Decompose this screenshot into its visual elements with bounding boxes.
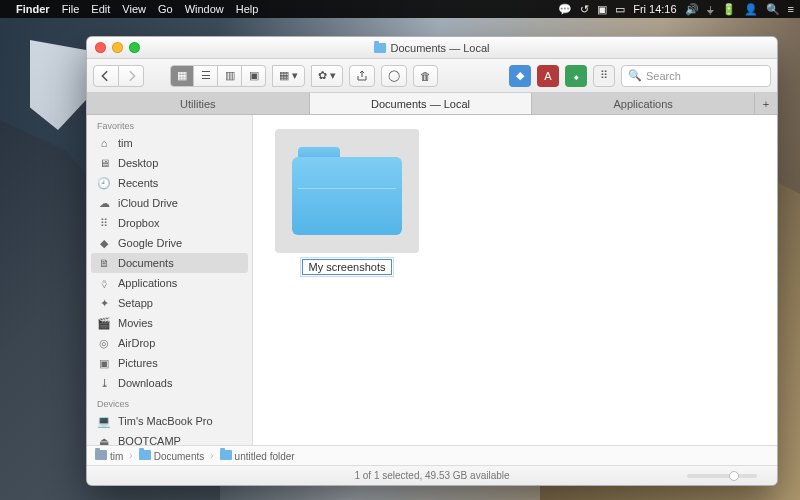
menu-file[interactable]: File — [62, 3, 80, 15]
path-segment-home[interactable]: tim — [95, 450, 123, 462]
disk-icon: ⏏ — [97, 434, 111, 445]
status-sync-icon[interactable]: ↺ — [580, 3, 589, 16]
sidebar-item-setapp[interactable]: ✦Setapp — [87, 293, 252, 313]
gdrive-icon: ◆ — [97, 236, 111, 250]
path-bar: tim › Documents › untitled folder — [87, 445, 777, 465]
menu-edit[interactable]: Edit — [91, 3, 110, 15]
menu-app-name[interactable]: Finder — [16, 3, 50, 15]
cloud-icon: ☁ — [97, 196, 111, 210]
tab-documents[interactable]: Documents — Local — [310, 93, 533, 114]
pic-icon: ▣ — [97, 356, 111, 370]
airdrop-icon: ◎ — [97, 336, 111, 350]
folder-selection-highlight — [275, 129, 419, 253]
dropbox-icon: ⠿ — [97, 216, 111, 230]
content-area[interactable]: My screenshots — [253, 115, 777, 445]
menubar-clock[interactable]: Fri 14:16 — [633, 3, 676, 15]
path-segment-documents[interactable]: Documents — [139, 450, 205, 462]
minimize-button[interactable] — [112, 42, 123, 53]
search-icon: 🔍 — [628, 69, 642, 82]
sidebar-item-downloads[interactable]: ⤓Downloads — [87, 373, 252, 393]
status-screen-icon[interactable]: ▣ — [597, 3, 607, 16]
sidebar-item-label: AirDrop — [118, 337, 155, 349]
view-gallery-button[interactable]: ▣ — [242, 65, 266, 87]
macos-menubar: Finder File Edit View Go Window Help 💬 ↺… — [0, 0, 800, 18]
status-wifi-icon[interactable]: ⏚ — [707, 3, 714, 15]
status-notifications-icon[interactable]: ≡ — [788, 3, 794, 15]
toolbar-dropbox-icon[interactable]: ⠿ — [593, 65, 615, 87]
action-dropdown[interactable]: ✿ ▾ — [311, 65, 343, 87]
sidebar-item-desktop[interactable]: 🖥Desktop — [87, 153, 252, 173]
search-placeholder: Search — [646, 70, 681, 82]
apps-icon: ⎀ — [97, 276, 111, 290]
sidebar-item-applications[interactable]: ⎀Applications — [87, 273, 252, 293]
status-chat-icon[interactable]: 💬 — [558, 3, 572, 16]
view-icons-button[interactable]: ▦ — [170, 65, 194, 87]
sidebar-item-label: Applications — [118, 277, 177, 289]
status-bar: 1 of 1 selected, 49.53 GB available — [87, 465, 777, 485]
sidebar-item-recents[interactable]: 🕘Recents — [87, 173, 252, 193]
view-list-button[interactable]: ☰ — [194, 65, 218, 87]
sidebar: Favorites ⌂tim🖥Desktop🕘Recents☁iCloud Dr… — [87, 115, 253, 445]
tab-utilities[interactable]: Utilities — [87, 93, 310, 114]
back-button[interactable] — [93, 65, 119, 87]
new-tab-button[interactable]: + — [755, 93, 777, 114]
menu-go[interactable]: Go — [158, 3, 173, 15]
menu-help[interactable]: Help — [236, 3, 259, 15]
sidebar-devices-header: Devices — [87, 393, 252, 411]
sidebar-item-documents[interactable]: 🗎Documents — [91, 253, 248, 273]
toolbar-app-icon-1[interactable]: ◆ — [509, 65, 531, 87]
forward-button[interactable] — [119, 65, 144, 87]
arrange-dropdown[interactable]: ▦ ▾ — [272, 65, 305, 87]
doc-icon: 🗎 — [97, 256, 111, 270]
sidebar-item-icloud-drive[interactable]: ☁iCloud Drive — [87, 193, 252, 213]
window-title: Documents — Local — [374, 42, 489, 54]
search-field[interactable]: 🔍 Search — [621, 65, 771, 87]
home-icon — [95, 450, 107, 460]
sidebar-item-dropbox[interactable]: ⠿Dropbox — [87, 213, 252, 233]
icon-size-slider[interactable] — [687, 474, 757, 478]
status-search-icon[interactable]: 🔍 — [766, 3, 780, 16]
share-button[interactable] — [349, 65, 375, 87]
sidebar-item-label: Documents — [118, 257, 174, 269]
folder-icon — [139, 450, 151, 460]
window-controls — [95, 42, 140, 53]
toolbar-app-icon-2[interactable]: A — [537, 65, 559, 87]
sidebar-item-tim-s-macbook-pro[interactable]: 💻Tim's MacBook Pro — [87, 411, 252, 431]
sidebar-item-tim[interactable]: ⌂tim — [87, 133, 252, 153]
chevron-icon: › — [210, 450, 213, 461]
star-icon: ✦ — [97, 296, 111, 310]
sidebar-item-label: Setapp — [118, 297, 153, 309]
sidebar-item-movies[interactable]: 🎬Movies — [87, 313, 252, 333]
movie-icon: 🎬 — [97, 316, 111, 330]
folder-name-edit[interactable]: My screenshots — [302, 259, 391, 275]
menu-view[interactable]: View — [122, 3, 146, 15]
sidebar-item-bootcamp[interactable]: ⏏BOOTCAMP — [87, 431, 252, 445]
status-battery-icon[interactable]: 🔋 — [722, 3, 736, 16]
menu-window[interactable]: Window — [185, 3, 224, 15]
sidebar-item-label: tim — [118, 137, 133, 149]
sidebar-item-airdrop[interactable]: ◎AirDrop — [87, 333, 252, 353]
sidebar-item-label: Google Drive — [118, 237, 182, 249]
sidebar-item-google-drive[interactable]: ◆Google Drive — [87, 233, 252, 253]
status-display-icon[interactable]: ▭ — [615, 3, 625, 16]
chevron-icon: › — [129, 450, 132, 461]
view-columns-button[interactable]: ▥ — [218, 65, 242, 87]
tags-button[interactable]: ◯ — [381, 65, 407, 87]
tab-applications[interactable]: Applications — [532, 93, 755, 114]
close-button[interactable] — [95, 42, 106, 53]
sidebar-item-label: Downloads — [118, 377, 172, 389]
path-segment-current[interactable]: untitled folder — [220, 450, 295, 462]
sidebar-item-pictures[interactable]: ▣Pictures — [87, 353, 252, 373]
folder-item[interactable]: My screenshots — [275, 129, 419, 275]
sidebar-favorites-header: Favorites — [87, 115, 252, 133]
tab-bar: Utilities Documents — Local Applications… — [87, 93, 777, 115]
status-user-icon[interactable]: 👤 — [744, 3, 758, 16]
sidebar-item-label: iCloud Drive — [118, 197, 178, 209]
slider-knob[interactable] — [729, 471, 739, 481]
status-sound-icon[interactable]: 🔊 — [685, 3, 699, 16]
laptop-icon: 💻 — [97, 414, 111, 428]
window-titlebar[interactable]: Documents — Local — [87, 37, 777, 59]
zoom-button[interactable] — [129, 42, 140, 53]
delete-button[interactable]: 🗑 — [413, 65, 438, 87]
toolbar-app-icon-3[interactable]: ⬥ — [565, 65, 587, 87]
